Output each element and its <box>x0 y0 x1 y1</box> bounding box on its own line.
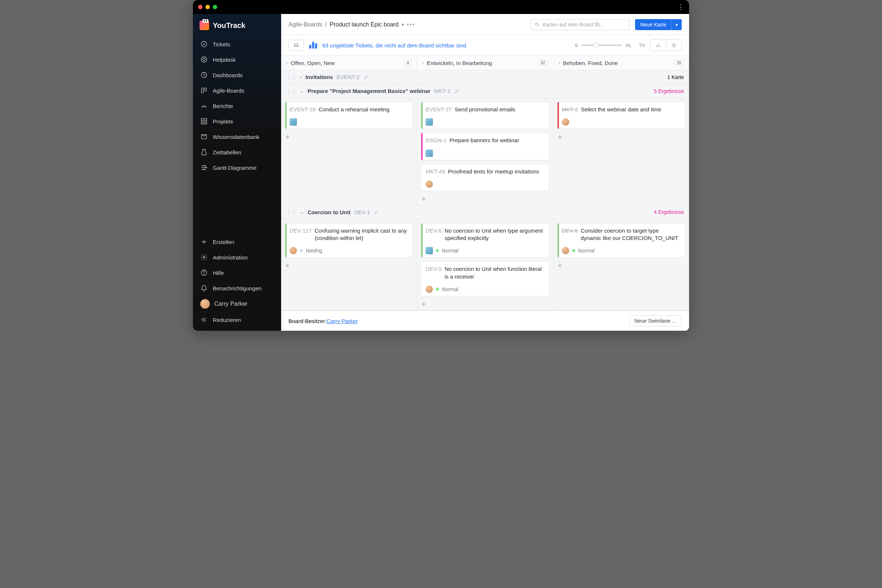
sidebar-item-2[interactable]: Dashboards <box>193 68 281 82</box>
drag-handle-icon[interactable]: ⋮⋮ <box>286 210 297 214</box>
card[interactable]: DEV-8 Consider coercion to target type d… <box>557 223 686 258</box>
sidebar-item-5-label: Projekte <box>213 118 233 124</box>
sidebar-bottom-1-label: Administration <box>213 254 248 261</box>
swimlane-header-2[interactable]: ⋮⋮ ⌄ Coercion to Unit DEV-1 4 Ergebnisse <box>281 206 689 219</box>
add-card-button[interactable]: + <box>557 133 686 141</box>
lane-col-1: EVENT-27 Send promotional emails DSGN-1 … <box>417 98 553 205</box>
sidebar-user[interactable]: Carry Parker <box>193 296 281 312</box>
new-swimlane-button[interactable]: Neue Swimlane … <box>630 315 682 326</box>
sidebar-item-5[interactable]: Projekte <box>193 114 281 129</box>
swimlane-row-1: EVENT-28 Conduct a rehearsal meeting + E… <box>281 98 689 206</box>
edit-icon[interactable] <box>454 88 459 94</box>
card[interactable]: MKT-2 Select the webinar date and time <box>557 102 686 129</box>
close-window-icon[interactable] <box>198 5 202 9</box>
assignee-avatar-icon <box>562 118 569 126</box>
column-title: Behoben, Fixed, Done <box>563 60 618 66</box>
edit-icon[interactable] <box>363 75 369 80</box>
add-card-button[interactable]: + <box>421 195 549 203</box>
backlog-button[interactable] <box>288 40 304 51</box>
sidebar-item-0-icon <box>200 40 208 48</box>
unresolved-banner[interactable]: 63 ungelöste Tickets, die nicht auf dem … <box>322 42 466 48</box>
priority-label: Normal <box>578 248 595 254</box>
tray-icon <box>293 43 299 48</box>
slider-thumb[interactable] <box>593 43 598 48</box>
column-header-1[interactable]: ‹ Entwickeln, In Bearbeitung 32 <box>417 56 553 70</box>
card-key: DEV-8 <box>562 227 578 242</box>
sidebar-bottom-3[interactable]: Benachrichtigungen <box>193 281 281 296</box>
column-header-2[interactable]: ‹ Behoben, Fixed, Done 20 <box>554 56 689 70</box>
add-card-button[interactable]: + <box>285 261 413 269</box>
sidebar-user-name: Carry Parker <box>214 301 248 307</box>
sidebar-item-8[interactable]: Gantt-Diagramme <box>193 160 281 175</box>
sidebar-item-6[interactable]: Wissensdatenbank <box>193 129 281 144</box>
sidebar-bottom-1-icon <box>200 254 208 261</box>
breadcrumb-current[interactable]: Product launch Epic board <box>330 21 399 28</box>
card[interactable]: DEV-6 No coercion to Unit when type argu… <box>421 223 549 258</box>
maximize-window-icon[interactable] <box>213 5 217 9</box>
sidebar-bottom-2[interactable]: Hilfe <box>193 266 281 280</box>
svg-point-2 <box>203 58 206 61</box>
avatar-icon <box>200 299 210 309</box>
assignee-avatar-icon <box>426 118 433 126</box>
assignee-avatar-icon <box>426 247 433 254</box>
drag-handle-icon[interactable]: ⋮⋮ <box>286 75 297 80</box>
edit-icon[interactable] <box>374 210 379 214</box>
settings-button[interactable] <box>666 40 681 51</box>
card[interactable]: EVENT-27 Send promotional emails <box>421 102 549 129</box>
sidebar-bottom-0[interactable]: Erstellen <box>193 234 281 249</box>
sidebar-item-0[interactable]: Tickets <box>193 37 281 51</box>
brand-name: YouTrack <box>213 21 246 30</box>
swimlane-toggle-icon[interactable]: › <box>300 75 302 80</box>
card[interactable]: MKT-43 Proofread texts for meetup invita… <box>421 164 549 191</box>
swimlane-toggle-icon[interactable]: ⌄ <box>300 210 304 214</box>
add-card-button[interactable]: + <box>421 300 549 308</box>
sidebar-collapse[interactable]: Reduzieren <box>193 312 281 327</box>
size-slider[interactable] <box>581 45 622 46</box>
new-card-dropdown[interactable]: ▾ <box>671 19 682 30</box>
assignee-avatar-icon <box>426 285 433 293</box>
column-header-0[interactable]: ‹ Offen, Open, New 8 <box>281 56 417 70</box>
add-card-button[interactable]: + <box>557 261 686 269</box>
tv-mode-label[interactable]: TV <box>639 43 645 48</box>
new-card-button[interactable]: Neue Karte <box>635 19 671 30</box>
search-input[interactable] <box>531 19 630 30</box>
sidebar-item-4[interactable]: Berichte <box>193 99 281 113</box>
drag-handle-icon[interactable]: ⋮⋮ <box>286 88 297 94</box>
sidebar: YouTrack TicketsHelpdeskDashboardsAgile-… <box>193 14 281 331</box>
swimlane-count: 4 Ergebnisse <box>654 209 684 215</box>
card-key: MKT-43 <box>426 168 445 175</box>
main: Agile-Boards / Product launch Epic board… <box>281 14 689 331</box>
column-count-badge: 20 <box>674 60 684 66</box>
board-owner-link[interactable]: Carry Parker <box>326 318 358 324</box>
sidebar-item-7[interactable]: Zeittabellen <box>193 145 281 159</box>
add-card-button[interactable]: + <box>285 133 413 141</box>
card-key: DEV-127 <box>290 227 312 242</box>
sidebar-item-7-icon <box>200 148 208 156</box>
brand[interactable]: YouTrack <box>193 19 281 37</box>
swimlane-header-0[interactable]: ⋮⋮ › Invitations EVENT-2 1 Karte <box>281 70 689 84</box>
breadcrumb-root[interactable]: Agile-Boards <box>288 21 322 28</box>
card[interactable]: DSGN-1 Prepare banners for webinar <box>421 133 549 160</box>
card[interactable]: DEV-5 No coercion to Unit when function … <box>421 261 549 296</box>
chart-icon[interactable] <box>309 42 317 48</box>
more-icon[interactable]: ••• <box>407 21 415 28</box>
chart-toggle-button[interactable] <box>651 40 666 51</box>
swimlane-toggle-icon[interactable]: ⌄ <box>300 88 304 94</box>
sidebar-item-3[interactable]: Agile-Boards <box>193 83 281 98</box>
swimlane-header-1[interactable]: ⋮⋮ ⌄ Prepare "Project Management Basics"… <box>281 84 689 98</box>
sidebar-bottom-1[interactable]: Administration <box>193 250 281 265</box>
card-stripe <box>285 102 286 129</box>
card-stripe <box>558 224 559 258</box>
priority-dot-icon <box>436 288 439 291</box>
card[interactable]: EVENT-28 Conduct a rehearsal meeting <box>285 102 413 129</box>
sidebar-item-1[interactable]: Helpdesk <box>193 52 281 67</box>
card[interactable]: DEV-127 Confusing warning implicit cast … <box>285 223 413 258</box>
chevron-left-icon: ‹ <box>286 60 288 65</box>
svg-point-13 <box>203 256 205 258</box>
titlebar-menu-icon[interactable]: ⋮ <box>677 3 684 11</box>
search-field[interactable] <box>543 22 626 28</box>
toolbar-icon-group <box>650 39 682 51</box>
minimize-window-icon[interactable] <box>206 5 210 9</box>
swimlane-title: Coercion to Unit <box>308 209 351 215</box>
chevron-down-icon[interactable]: ▾ <box>402 22 404 27</box>
